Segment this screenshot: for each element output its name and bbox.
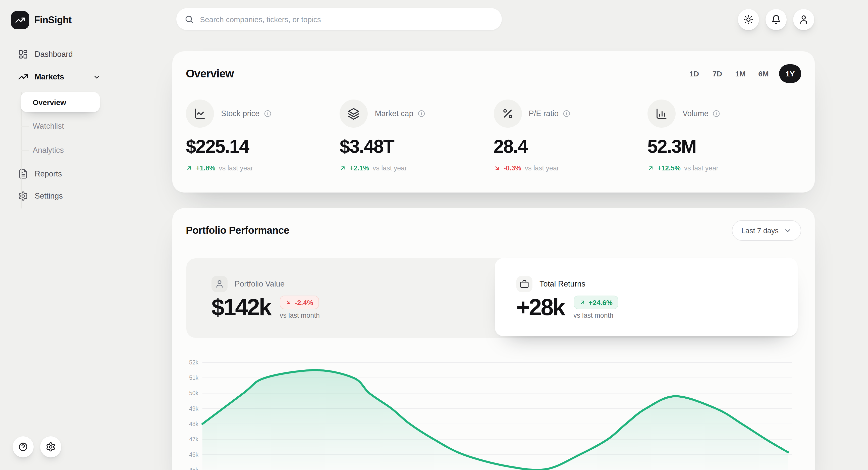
- stat-label: Stock price: [221, 109, 259, 118]
- sidebar-item-overview[interactable]: Overview: [21, 92, 100, 112]
- stat-label: Market cap: [375, 109, 413, 118]
- portfolio-area-chart: 52k51k50k49k48k47k46k45k: [186, 359, 797, 470]
- tile-value: +28k: [516, 294, 564, 321]
- arrow-up-right-icon: [648, 165, 654, 171]
- badge-change-value: +24.6%: [588, 298, 613, 306]
- sidebar-footer: [12, 436, 61, 458]
- stat-change-context: vs last year: [373, 165, 407, 172]
- file-text-icon: [18, 169, 28, 179]
- sidebar-item-markets[interactable]: Markets: [11, 67, 101, 87]
- sidebar-item-reports[interactable]: Reports: [11, 164, 101, 184]
- stat-change-value: +2.1%: [350, 165, 369, 172]
- range-1d[interactable]: 1D: [687, 69, 702, 78]
- chevron-down-icon: [784, 227, 792, 235]
- svg-text:51k: 51k: [189, 375, 199, 381]
- tile-value: $142k: [212, 294, 271, 321]
- chevron-down-icon: [93, 73, 100, 81]
- sidebar-item-label: Reports: [35, 169, 62, 178]
- sidebar-markets-subnav: Overview Watchlist Analytics: [11, 92, 101, 160]
- tile-label: Portfolio Value: [235, 280, 285, 289]
- date-range-select[interactable]: Last 7 days: [732, 220, 801, 241]
- portfolio-chart-area: 52k51k50k49k48k47k46k45k: [186, 359, 797, 470]
- portfolio-card: Portfolio Performance Last 7 days Portfo…: [172, 208, 815, 470]
- user-icon: [212, 276, 227, 292]
- info-icon[interactable]: [713, 110, 720, 118]
- stat-label: P/E ratio: [529, 109, 559, 118]
- svg-text:46k: 46k: [189, 451, 199, 458]
- stat-change-value: +12.5%: [657, 165, 681, 172]
- theme-toggle-button[interactable]: [738, 9, 759, 30]
- info-icon[interactable]: [264, 110, 272, 118]
- date-range-value: Last 7 days: [741, 227, 779, 235]
- bar-chart-icon: [648, 99, 676, 128]
- range-6m[interactable]: 6M: [756, 69, 771, 78]
- range-7d[interactable]: 7D: [710, 69, 725, 78]
- tile-label: Total Returns: [539, 280, 585, 289]
- stat-change-context: vs last year: [525, 165, 559, 172]
- sidebar-item-label: Markets: [35, 72, 64, 82]
- search-bar[interactable]: [176, 8, 502, 30]
- total-returns-tile: Total Returns +28k +24.6% vs last month: [495, 258, 798, 336]
- trending-up-icon: [15, 15, 25, 25]
- svg-text:48k: 48k: [189, 421, 199, 427]
- notifications-button[interactable]: [766, 9, 786, 30]
- account-button[interactable]: [793, 9, 814, 30]
- svg-text:52k: 52k: [189, 359, 199, 366]
- stat-change-value: +1.8%: [196, 165, 215, 172]
- tile-context: vs last month: [280, 312, 320, 319]
- trending-up-icon: [18, 72, 28, 82]
- brand: FinSight: [11, 11, 71, 29]
- stat-volume: Volume 52.3M +12.5% vs last year: [648, 99, 801, 172]
- svg-text:49k: 49k: [189, 405, 199, 412]
- arrow-up-right-icon: [186, 165, 192, 171]
- search-input[interactable]: [199, 14, 494, 24]
- sidebar-item-dashboard[interactable]: Dashboard: [11, 44, 101, 64]
- stat-change-context: vs last year: [684, 165, 719, 172]
- overview-stats: Stock price $225.14 +1.8% vs last year M…: [186, 99, 801, 172]
- user-icon: [799, 14, 809, 25]
- stat-value: $225.14: [186, 136, 340, 157]
- app-root: FinSight Dashboard: [0, 0, 868, 470]
- layout-dashboard-icon: [18, 49, 28, 59]
- brand-logo: [11, 11, 29, 29]
- sidebar-item-label: Dashboard: [35, 50, 73, 59]
- stat-value: $3.48T: [340, 136, 494, 157]
- range-1m[interactable]: 1M: [733, 69, 748, 78]
- portfolio-title: Portfolio Performance: [186, 225, 289, 236]
- portfolio-value-tile: Portfolio Value $142k -2.4% vs last mont…: [212, 258, 320, 338]
- percent-icon: [494, 99, 522, 128]
- change-badge-positive: +24.6%: [574, 296, 618, 309]
- chart-line-icon: [186, 99, 214, 128]
- subnav-tick: [21, 150, 29, 151]
- info-icon[interactable]: [417, 110, 426, 118]
- gear-icon: [46, 442, 56, 452]
- sidebar: Dashboard Markets Overview Watchlist Ana…: [11, 44, 101, 206]
- gear-icon: [18, 191, 28, 201]
- brand-name: FinSight: [34, 14, 71, 26]
- stat-change-context: vs last year: [219, 165, 253, 172]
- portfolio-summary: Portfolio Value $142k -2.4% vs last mont…: [186, 258, 797, 338]
- stat-market-cap: Market cap $3.48T +2.1% vs last year: [340, 99, 494, 172]
- help-button[interactable]: [12, 436, 34, 458]
- arrow-up-right-icon: [579, 299, 585, 305]
- arrow-down-right-icon: [494, 165, 500, 171]
- stat-pe-ratio: P/E ratio 28.4 -0.3% vs last year: [494, 99, 648, 172]
- help-icon: [18, 442, 28, 452]
- overview-title: Overview: [186, 67, 234, 80]
- sidebar-item-settings[interactable]: Settings: [11, 186, 101, 206]
- sidebar-item-label: Watchlist: [33, 122, 64, 131]
- bell-icon: [771, 14, 781, 25]
- time-range-selector: 1D 7D 1M 6M 1Y: [687, 64, 801, 83]
- badge-change-value: -2.4%: [295, 298, 313, 306]
- change-badge-negative: -2.4%: [280, 296, 319, 309]
- stat-value: 52.3M: [648, 136, 801, 157]
- tile-context: vs last month: [574, 312, 618, 319]
- info-icon[interactable]: [563, 110, 570, 118]
- arrow-down-right-icon: [285, 299, 292, 305]
- range-1y-active[interactable]: 1Y: [779, 64, 801, 83]
- stat-label: Volume: [683, 109, 709, 118]
- arrow-up-right-icon: [340, 165, 346, 171]
- layers-icon: [340, 99, 368, 128]
- quick-settings-button[interactable]: [40, 436, 61, 458]
- svg-text:47k: 47k: [189, 436, 199, 443]
